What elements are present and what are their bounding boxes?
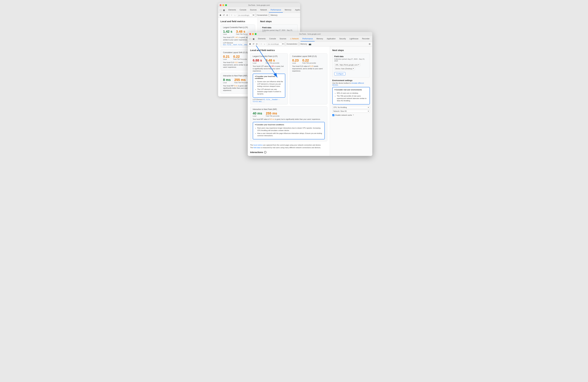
tab-network-front[interactable]: ⚠ Network — [288, 36, 301, 41]
consider-real-users-section: ▾ Consider real user environments 83% of… — [332, 87, 370, 104]
simulate-link[interactable]: simulate different devices — [332, 82, 364, 86]
cls-local-value-front: 0.23 — [292, 59, 299, 62]
tab-elements-front[interactable]: Elements — [256, 36, 268, 41]
screenshots-checkbox-front[interactable] — [284, 43, 286, 45]
network-warning-icon: ⚠ — [290, 38, 292, 40]
lcp-expand-item-2: The LCP element can vary between page lo… — [257, 88, 283, 95]
screenshots-checkbox-back[interactable] — [255, 14, 257, 16]
cache-help-icon[interactable]: ? — [353, 114, 354, 116]
lcp-field-group-front: 3.48 s Field 75th percentile — [266, 59, 279, 64]
tab-more-front[interactable]: >> — [371, 36, 372, 41]
lcp-local-value-front: 6.88 s — [253, 59, 262, 62]
next-steps-title-front: Next steps — [332, 49, 370, 51]
env-settings-section: Environment settings Use the device tool… — [332, 79, 370, 116]
url-select-box-front[interactable]: URL: https://fonts.google.com/ ▾ — [334, 63, 360, 66]
tab-recorder-front[interactable]: Recorder — [360, 36, 371, 41]
url-select-front: URL: https://fonts.google.com/ ▾ — [334, 63, 368, 66]
network-select-box[interactable]: Network: Slow 4G ▾ — [332, 110, 370, 113]
lcp-description-front: Your local LCP value of 6.88 s is poor, … — [253, 65, 285, 72]
lcp-expand-item-1: Screen size can influence what the LCP e… — [257, 80, 283, 87]
inp-expand-title-front[interactable]: ▾ Consider your local test conditions — [255, 124, 323, 126]
device-icon[interactable]: ▣ — [223, 9, 225, 11]
tab-memory-front[interactable]: Memory — [315, 36, 325, 41]
download-icon-front[interactable]: ↓ — [263, 43, 266, 45]
inspect-icon[interactable]: ⬚ — [219, 9, 222, 11]
lcp-element-link-back[interactable]: div.tile__text.tile__edu... — [223, 44, 250, 46]
cpu-select-box[interactable]: CPU: No throttling ▾ — [332, 106, 370, 109]
inspect-icon-front[interactable]: ⬚ — [249, 38, 252, 40]
inp-description-front: Your local INP value of 40 ms is good, b… — [253, 118, 325, 121]
cache-checkbox[interactable] — [332, 114, 334, 116]
tab-application-back[interactable]: Application — [293, 7, 300, 13]
clear-icon-back[interactable]: ⊘ — [226, 14, 229, 16]
tab-elements-back[interactable]: Elements — [227, 7, 238, 13]
local-metrics-link[interactable]: local metrics — [253, 144, 263, 146]
interactions-info-icon[interactable]: ○ — [264, 151, 266, 154]
lcp-local-value-back: 1.42 s — [223, 30, 232, 33]
inp-field-value-back: 255 ms — [234, 78, 248, 82]
minimize-button[interactable] — [222, 4, 224, 6]
inp-expand-list-front: Real users may experience longer interac… — [255, 127, 323, 137]
upload-icon-front[interactable]: ↑ — [260, 43, 262, 45]
separator-front — [259, 43, 259, 45]
consider-item-2: The 75th percentile of real users experi… — [337, 95, 368, 102]
camera-icon-front[interactable]: 📷 — [309, 43, 311, 45]
field-data-desc-front: Collection period: Aug 27, 2024 - Sep 23… — [334, 58, 368, 62]
device-icon-front[interactable]: ▣ — [252, 38, 255, 40]
screenshots-label-back: Screenshots — [257, 14, 268, 16]
cls-local-group-back: 0.21 Local — [223, 55, 230, 60]
tab-performance-back[interactable]: Performance — [269, 7, 283, 13]
record-icon-front[interactable]: ⏺ — [249, 43, 252, 45]
tab-console-front[interactable]: Console — [268, 36, 278, 41]
recordings-dropdown-front[interactable]: ▾ — [283, 43, 283, 45]
tab-sources-front[interactable]: Sources — [278, 36, 288, 41]
tab-security-front[interactable]: Security — [337, 36, 348, 41]
memory-label-back: Memory — [271, 14, 277, 16]
device-select-box-front[interactable]: Device: Auto (Desktop) ▾ — [334, 67, 355, 70]
record-icon-back[interactable]: ⏺ — [219, 14, 222, 16]
inp-field-label-back: Field 75th Percentile — [234, 82, 248, 83]
tab-lighthouse-front[interactable]: Lighthouse — [348, 36, 360, 41]
recording-toolbar-front: ⏺ ↺ ⊘ ↑ ↓ ▾ Screenshots Memory 📷 ⚙ — [248, 41, 372, 46]
cache-checkbox-row: Disable network cache ? — [332, 114, 370, 116]
recordings-dropdown-back[interactable]: ▾ — [253, 14, 254, 16]
upload-icon-back[interactable]: ↑ — [231, 14, 233, 16]
reload-icon-back[interactable]: ↺ — [223, 14, 225, 16]
memory-check-back: Memory — [268, 14, 277, 16]
window-title-front: DevTools - fonts.google.com/ — [299, 33, 321, 35]
close-button[interactable] — [220, 4, 221, 6]
window-title: DevTools - fonts.google.com/ — [248, 4, 270, 6]
reload-icon-front[interactable]: ↺ — [252, 43, 255, 45]
lcp-card-front: Largest Contentful Paint (LCP) 6.88 s Lo… — [250, 53, 288, 104]
download-icon-back[interactable]: ↓ — [234, 14, 236, 16]
minimize-button-front[interactable] — [252, 33, 254, 35]
section-title-back: Local and field metrics — [221, 20, 255, 23]
lcp-element-front: LCP Element h1.tile__header--title.mai..… — [253, 99, 285, 102]
cache-label: Disable network cache — [335, 114, 352, 116]
recordings-input-front[interactable] — [267, 43, 282, 45]
tab-performance-front[interactable]: Performance — [301, 36, 315, 41]
configure-button-front[interactable]: Configure — [334, 72, 346, 76]
close-button-front[interactable] — [249, 33, 251, 35]
tab-sources-back[interactable]: Sources — [248, 7, 258, 13]
recordings-input-back[interactable] — [237, 14, 252, 17]
tab-memory-back[interactable]: Memory — [283, 7, 293, 13]
lcp-expand-title-front[interactable]: ▾ Consider your local test conditions — [255, 76, 283, 79]
maximize-button-front[interactable] — [255, 33, 256, 35]
footer-text-front: The local metrics are captured from the … — [250, 144, 327, 149]
settings-icon-recording-front[interactable]: ⚙ — [368, 43, 371, 45]
tab-console-back[interactable]: Console — [238, 7, 248, 13]
inp-local-group-front: 40 ms Local — [253, 112, 262, 117]
lcp-local-label-front: Local — [253, 62, 262, 64]
inp-local-label-back: Local — [223, 82, 231, 83]
toolbar-icons-front: ⬚ ▣ — [249, 38, 255, 40]
tab-application-front[interactable]: Application — [325, 36, 337, 41]
field-data-link[interactable]: field data — [253, 147, 260, 148]
memory-checkbox-back[interactable] — [268, 14, 270, 16]
clear-icon-front[interactable]: ⊘ — [256, 43, 258, 45]
maximize-button[interactable] — [225, 4, 227, 6]
memory-checkbox-front[interactable] — [298, 43, 300, 45]
consider-real-users-title[interactable]: ▾ Consider real user environments — [335, 89, 368, 91]
inp-local-value-front: 40 ms — [253, 112, 262, 115]
tab-network-back[interactable]: Network — [258, 7, 269, 13]
